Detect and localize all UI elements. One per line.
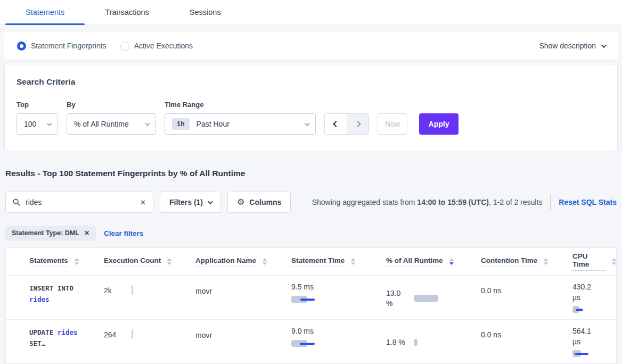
table-row: INSERT INTO rides 2k movr 9.5 ms 13.0 % … <box>6 276 616 320</box>
cpu-time-cell: 430.2 µs <box>572 283 616 313</box>
column-label: CPU Time <box>572 252 605 271</box>
filter-chip-statement-type: Statement Type: DML ✕ <box>5 226 96 241</box>
time-range-value: Past Hour <box>197 120 230 128</box>
sort-icons[interactable] <box>544 258 548 265</box>
statements-table: Statements Execution Count Application N… <box>5 247 617 364</box>
chevron-down-icon <box>601 43 607 48</box>
show-description-toggle[interactable]: Show description <box>539 42 605 50</box>
table-row: UPDATE ridesSET… 264 movr 9.0 ms 1.8 % 0… <box>6 320 616 364</box>
runtime-pct-value: 13.0 % <box>386 288 408 309</box>
contention-time-cell: 0.0 ns <box>481 330 572 357</box>
radio-unselected-icon <box>120 42 129 51</box>
execution-count-cell: 2k <box>104 286 195 313</box>
radio-active-executions[interactable]: Active Executions <box>120 42 193 51</box>
results-status: Showing aggregated stats from 14:00 to 1… <box>312 198 543 206</box>
chevron-left-icon <box>333 121 339 127</box>
column-label: % of All Runtime <box>386 257 443 267</box>
top-select-value: 100 <box>24 120 36 128</box>
status-prefix: Showing aggregated stats from <box>312 198 418 206</box>
tab-statements[interactable]: Statements <box>5 0 85 24</box>
execution-count-bar <box>132 329 133 339</box>
sort-icons[interactable] <box>351 258 355 265</box>
top-field: Top 100 <box>17 101 58 135</box>
cpu-time-value: 430.2 µs <box>572 282 597 303</box>
runtime-pct-cell: 1.8 % <box>386 328 481 357</box>
apply-button[interactable]: Apply <box>419 113 459 135</box>
filters-label: Filters (1) <box>169 198 203 206</box>
sort-icons-active-desc[interactable] <box>449 258 454 265</box>
statement-text: UPDATE <box>29 328 53 336</box>
next-time-range-button[interactable] <box>347 114 369 134</box>
remove-filter-icon[interactable]: ✕ <box>84 229 89 237</box>
statement-link[interactable]: rides <box>58 328 78 336</box>
runtime-pct-bar <box>414 295 438 302</box>
cpu-time-bar <box>572 350 597 357</box>
column-header-statement-time[interactable]: Statement Time <box>291 257 386 267</box>
columns-label: Columns <box>249 198 281 206</box>
top-select[interactable]: 100 <box>17 113 58 135</box>
column-header-statements[interactable]: Statements <box>29 257 104 267</box>
column-label: Statement Time <box>291 257 345 267</box>
search-criteria-title: Search Criteria <box>17 77 605 87</box>
statement-time-cell: 9.5 ms <box>291 283 386 313</box>
search-icon <box>13 198 20 206</box>
show-description-label: Show description <box>539 42 596 50</box>
columns-button[interactable]: ⚙ Columns <box>227 192 291 213</box>
statement-cell: INSERT INTO rides <box>29 283 104 313</box>
time-range-badge: 1h <box>172 118 190 130</box>
filter-chip-row: Statement Type: DML ✕ Clear filters <box>5 226 617 241</box>
chevron-down-icon <box>305 121 310 126</box>
search-input[interactable] <box>26 198 135 206</box>
sort-icons[interactable] <box>167 258 171 265</box>
chevron-down-icon <box>208 199 213 204</box>
column-header-cpu-time[interactable]: CPU Time <box>572 252 616 271</box>
time-range-field: Time Range 1h Past Hour <box>165 101 316 135</box>
column-header-application-name[interactable]: Application Name <box>195 257 291 267</box>
radio-statement-fingerprints[interactable]: Statement Fingerprints <box>17 42 107 51</box>
sort-icons[interactable] <box>612 258 616 265</box>
clear-search-icon[interactable]: ✕ <box>140 198 146 206</box>
column-label: Contention Time <box>481 257 537 267</box>
clear-filters-link[interactable]: Clear filters <box>104 229 143 237</box>
execution-count-cell: 264 <box>104 330 195 357</box>
filters-button[interactable]: Filters (1) <box>160 192 221 213</box>
statement-time-bar <box>291 296 323 303</box>
tab-transactions[interactable]: Transactions <box>85 0 169 24</box>
chevron-down-icon <box>47 121 52 126</box>
table-header-row: Statements Execution Count Application N… <box>6 248 616 276</box>
statement-time-value: 9.5 ms <box>291 283 314 291</box>
application-name-cell: movr <box>195 287 291 313</box>
reset-sql-stats-link[interactable]: Reset SQL Stats <box>559 198 617 206</box>
application-name-cell: movr <box>195 331 291 357</box>
column-label: Statements <box>29 257 68 267</box>
time-range-select[interactable]: 1h Past Hour <box>165 113 316 135</box>
radio-selected-icon <box>17 42 26 51</box>
page-tabs: Statements Transactions Sessions <box>0 0 622 25</box>
filter-chip-label: Statement Type: DML <box>12 229 79 237</box>
execution-count-bar <box>132 285 133 295</box>
tab-sessions[interactable]: Sessions <box>169 0 241 24</box>
results-heading: Results - Top 100 Statement Fingerprints… <box>5 169 617 178</box>
chevron-right-icon <box>355 121 361 127</box>
sort-icons[interactable] <box>75 258 79 265</box>
cpu-time-bar <box>572 306 597 313</box>
results-controls: ✕ Filters (1) ⚙ Columns Showing aggregat… <box>5 192 617 213</box>
runtime-pct-value: 1.8 % <box>386 337 408 348</box>
by-label: By <box>67 101 156 109</box>
column-label: Execution Count <box>104 257 161 267</box>
gear-icon: ⚙ <box>237 198 244 206</box>
cpu-time-cell: 564.1 µs <box>572 327 616 357</box>
statement-link[interactable]: rides <box>29 295 50 303</box>
by-select[interactable]: % of All Runtime <box>67 113 156 135</box>
now-button[interactable]: Now <box>378 113 407 135</box>
column-header-contention-time[interactable]: Contention Time <box>481 257 572 267</box>
status-time-range: 14:00 to 15:59 (UTC) <box>417 198 489 206</box>
previous-time-range-button[interactable] <box>325 114 347 134</box>
sort-icons[interactable] <box>263 258 267 265</box>
column-header-runtime-pct[interactable]: % of All Runtime <box>386 257 481 267</box>
column-label: Application Name <box>195 257 256 267</box>
top-label: Top <box>17 101 58 109</box>
column-header-execution-count[interactable]: Execution Count <box>104 257 195 267</box>
radio-label: Statement Fingerprints <box>31 42 107 50</box>
statement-text: INSERT INTO <box>29 284 73 292</box>
